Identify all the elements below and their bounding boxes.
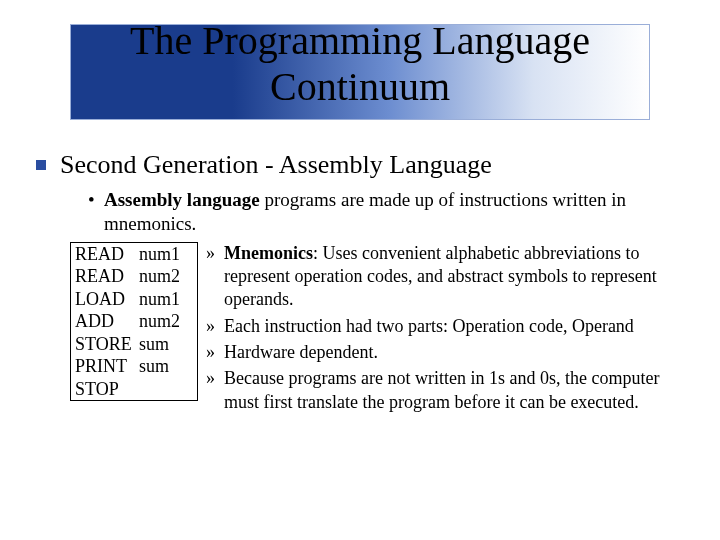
- dot-bullet-icon: •: [88, 188, 104, 236]
- code-op: READ: [75, 243, 139, 266]
- code-row: LOADnum1: [75, 288, 193, 311]
- bullet-level1: Second Generation - Assembly Language: [36, 150, 684, 180]
- sub-bullet: » Hardware dependent.: [206, 341, 684, 364]
- code-op: PRINT: [75, 355, 139, 378]
- raquo-icon: »: [206, 341, 224, 364]
- code-op: STORE: [75, 333, 139, 356]
- slide-title: The Programming Language Continuum: [70, 18, 650, 110]
- assembly-code-box: READnum1 READnum2 LOADnum1 ADDnum2 STORE…: [70, 242, 198, 402]
- sub-bullet-text: Hardware dependent.: [224, 341, 378, 364]
- intro-line: Assembly language programs are made up o…: [104, 188, 684, 236]
- code-row: READnum1: [75, 243, 193, 266]
- slide-body: Second Generation - Assembly Language • …: [36, 150, 684, 417]
- code-row: STOREsum: [75, 333, 193, 356]
- code-op: READ: [75, 265, 139, 288]
- code-op: LOAD: [75, 288, 139, 311]
- intro-bold: Assembly language: [104, 189, 260, 210]
- sub-bullet: » Each instruction had two parts: Operat…: [206, 315, 684, 338]
- code-arg: sum: [139, 355, 169, 378]
- sub-bullet-text: Mnemonics: Uses convenient alphabetic ab…: [224, 242, 684, 312]
- sub-bullet: » Mnemonics: Uses convenient alphabetic …: [206, 242, 684, 312]
- raquo-icon: »: [206, 367, 224, 414]
- code-op: STOP: [75, 378, 139, 401]
- sub-bullet-text: Because programs are not written in 1s a…: [224, 367, 684, 414]
- sub-bullet-list: » Mnemonics: Uses convenient alphabetic …: [206, 242, 684, 418]
- code-row: ADDnum2: [75, 310, 193, 333]
- code-row: PRINTsum: [75, 355, 193, 378]
- sub-bold: Mnemonics: [224, 243, 313, 263]
- sub-bullet-text: Each instruction had two parts: Operatio…: [224, 315, 634, 338]
- raquo-icon: »: [206, 242, 224, 312]
- code-row: READnum2: [75, 265, 193, 288]
- sub-bullet: » Because programs are not written in 1s…: [206, 367, 684, 414]
- code-arg: num1: [139, 288, 180, 311]
- code-arg: num2: [139, 265, 180, 288]
- code-arg: num2: [139, 310, 180, 333]
- code-arg: num1: [139, 243, 180, 266]
- raquo-icon: »: [206, 315, 224, 338]
- slide: The Programming Language Continuum Secon…: [0, 0, 720, 540]
- two-column-row: READnum1 READnum2 LOADnum1 ADDnum2 STORE…: [36, 242, 684, 418]
- code-arg: sum: [139, 333, 169, 356]
- code-row: STOP: [75, 378, 193, 401]
- heading-text: Second Generation - Assembly Language: [60, 150, 492, 180]
- code-op: ADD: [75, 310, 139, 333]
- bullet-level2: • Assembly language programs are made up…: [88, 188, 684, 236]
- square-bullet-icon: [36, 160, 46, 170]
